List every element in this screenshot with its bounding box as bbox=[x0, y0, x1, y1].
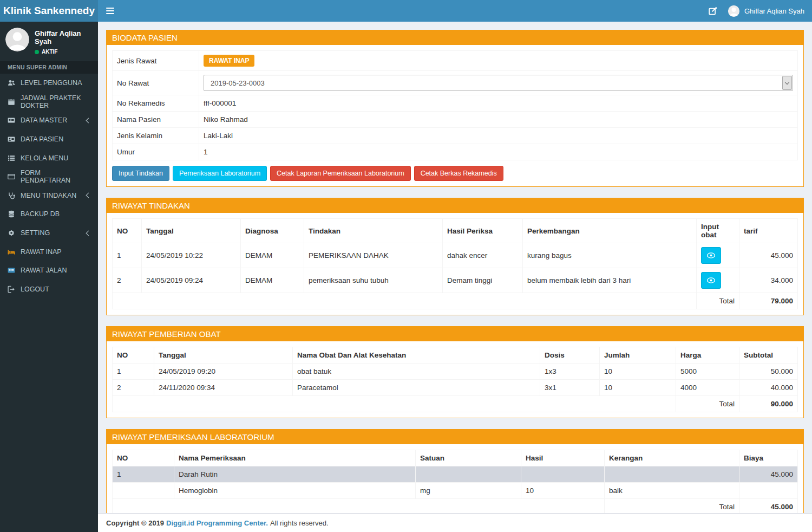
eye-icon bbox=[707, 252, 715, 258]
sidebar-user-status: AKTIF bbox=[42, 49, 57, 55]
footer-rights: All rights reserved. bbox=[270, 519, 329, 527]
sidebar-user-name: Ghiffar Aqlian Syah bbox=[35, 29, 93, 46]
riwayat-lab-panel: RIWAYAT PEMERIKSAAN LABORATORIUM NO Nama… bbox=[106, 429, 804, 513]
gear-icon bbox=[8, 229, 15, 237]
table-row: Hemoglobin mg 10 baik bbox=[113, 483, 798, 499]
sidebar-item-jadwal-praktek-dokter[interactable]: JADWAL PRAKTEK DOKTER bbox=[0, 93, 98, 112]
field-label: No Rawat bbox=[113, 71, 199, 95]
logout-icon bbox=[8, 286, 15, 293]
riwayat-tindakan-table: NO Tanggal Diagnosa Tindakan Hasil Perik… bbox=[112, 218, 798, 309]
chevron-left-icon bbox=[86, 230, 91, 236]
riwayat-tindakan-panel: RIWAYAT TINDAKAN NO Tanggal Diagnosa Tin… bbox=[106, 198, 804, 315]
total-label: Total bbox=[605, 499, 739, 514]
total-row: Total 45.000 bbox=[113, 499, 798, 514]
total-row: Total 79.000 bbox=[113, 293, 798, 309]
users-icon bbox=[8, 79, 15, 87]
sidebar-item-setting[interactable]: SETTING bbox=[0, 224, 98, 243]
total-row: Total 90.000 bbox=[113, 396, 798, 412]
table-row-highlighted: 1 Darah Rutin 45.000 bbox=[113, 466, 798, 483]
calendar-icon bbox=[8, 98, 15, 106]
main-content: BIODATA PASIEN Jenis Rawat RAWAT INAP No… bbox=[98, 22, 812, 513]
sidebar-item-level-pengguna[interactable]: LEVEL PENGGUNA bbox=[0, 74, 98, 93]
cetak-laporan-lab-button[interactable]: Cetak Laporan Pemeriksaan Laboratorium bbox=[270, 166, 411, 181]
no-rawat-select[interactable]: 2019-05-23-0003 bbox=[204, 75, 793, 91]
sidebar-menu: LEVEL PENGGUNA JADWAL PRAKTEK DOKTER DAT… bbox=[0, 74, 98, 299]
navbar-user-name: Ghiffar Aqlian Syah bbox=[744, 7, 804, 15]
navbar-user-menu[interactable]: Ghiffar Aqlian Syah bbox=[728, 5, 804, 17]
input-tindakan-button[interactable]: Input Tindakan bbox=[112, 166, 169, 181]
riwayat-obat-table: NO Tanggal Nama Obat Dan Alat Kesehatan … bbox=[112, 347, 798, 412]
table-row: 1 24/05/2019 10:22 DEMAM PEMERIKSAAN DAH… bbox=[113, 243, 798, 268]
field-label: Jenis Rawat bbox=[113, 51, 199, 71]
field-label: Jenis Kelamin bbox=[113, 128, 199, 144]
table-row: 2 24/05/2019 09:24 DEMAM pemeriksaan suh… bbox=[113, 268, 798, 293]
eye-icon bbox=[707, 277, 715, 283]
address-card-icon bbox=[8, 135, 15, 143]
sidebar-item-rawat-inap[interactable]: RAWAT INAP bbox=[0, 242, 98, 261]
avatar bbox=[728, 5, 739, 17]
sidebar-toggle-button[interactable] bbox=[98, 0, 122, 22]
stethoscope-icon bbox=[8, 192, 15, 199]
riwayat-tindakan-title: RIWAYAT TINDAKAN bbox=[107, 198, 803, 213]
total-value: 45.000 bbox=[739, 499, 798, 514]
sidebar-item-kelola-menu[interactable]: KELOLA MENU bbox=[0, 148, 98, 167]
chevron-left-icon bbox=[86, 193, 91, 198]
form-icon bbox=[8, 173, 15, 180]
page-footer: Copyright © 2019 Diggit.id Programming C… bbox=[98, 513, 812, 532]
total-value: 90.000 bbox=[739, 396, 798, 412]
total-value: 79.000 bbox=[739, 293, 798, 309]
field-value: Laki-Laki bbox=[199, 128, 798, 144]
jenis-rawat-badge: RAWAT INAP bbox=[204, 55, 254, 67]
field-label: Umur bbox=[113, 144, 199, 160]
field-label: Nama Pasien bbox=[113, 112, 199, 128]
total-label: Total bbox=[697, 293, 739, 309]
view-obat-button[interactable] bbox=[701, 272, 721, 289]
field-value: Niko Rahmad bbox=[199, 112, 798, 128]
biodata-panel-title: BIODATA PASIEN bbox=[107, 30, 803, 45]
hamburger-icon bbox=[106, 8, 114, 9]
top-navbar: Klinik Sankennedy Ghiffar Aqlian Syah bbox=[0, 0, 812, 22]
field-label: No Rekamedis bbox=[113, 95, 199, 112]
avatar bbox=[5, 28, 29, 51]
database-icon bbox=[8, 210, 15, 218]
bed-icon bbox=[8, 248, 15, 256]
biodata-panel: BIODATA PASIEN Jenis Rawat RAWAT INAP No… bbox=[106, 30, 804, 187]
view-obat-button[interactable] bbox=[701, 247, 721, 264]
table-row: 2 24/11/2020 09:34 Paracetamol 3x1 10 40… bbox=[113, 380, 798, 396]
sidebar-user-panel: Ghiffar Aqlian Syah AKTIF bbox=[0, 22, 98, 61]
sidebar-item-backup-db[interactable]: BACKUP DB bbox=[0, 205, 98, 224]
riwayat-obat-panel: RIWAYAT PEMBERIAN OBAT NO Tanggal Nama O… bbox=[106, 326, 804, 418]
chevron-left-icon bbox=[86, 118, 91, 124]
footer-link[interactable]: Diggit.id Programming Center. bbox=[166, 519, 268, 527]
id-card-icon bbox=[8, 116, 15, 124]
app-brand[interactable]: Klinik Sankennedy bbox=[0, 0, 98, 22]
footer-copyright: Copyright © 2019 bbox=[106, 519, 164, 527]
sidebar-item-data-pasien[interactable]: DATA PASIEN bbox=[0, 130, 98, 149]
pemeriksaan-laboratorium-button[interactable]: Pemeriksaan Laboratorium bbox=[173, 166, 267, 181]
sidebar: Ghiffar Aqlian Syah AKTIF MENU SUPER ADM… bbox=[0, 22, 98, 532]
table-row: 1 24/05/2019 09:20 obat batuk 1x3 10 500… bbox=[113, 364, 798, 380]
sidebar-item-data-master[interactable]: DATA MASTER bbox=[0, 111, 98, 130]
navbar-right: Ghiffar Aqlian Syah bbox=[709, 0, 812, 22]
cetak-berkas-rekamedis-button[interactable]: Cetak Berkas Rekamedis bbox=[414, 166, 503, 181]
riwayat-obat-title: RIWAYAT PEMBERIAN OBAT bbox=[107, 327, 803, 341]
riwayat-lab-table: NO Nama Pemeriksaan Satuan Hasil Keranga… bbox=[112, 450, 798, 513]
riwayat-lab-title: RIWAYAT PEMERIKSAAN LABORATORIUM bbox=[107, 430, 803, 444]
chevron-down-icon bbox=[785, 80, 789, 84]
sidebar-item-form-pendaftaran[interactable]: FORM PENDAFTARAN bbox=[0, 167, 98, 186]
select-dropdown-button[interactable] bbox=[782, 76, 792, 90]
sidebar-item-rawat-jalan[interactable]: RAWAT JALAN bbox=[0, 261, 98, 280]
total-label: Total bbox=[676, 396, 739, 412]
field-value: 1 bbox=[199, 144, 798, 160]
sidebar-section-header: MENU SUPER ADMIN bbox=[0, 61, 98, 74]
list-icon bbox=[8, 154, 15, 162]
sidebar-item-logout[interactable]: LOGOUT bbox=[0, 280, 98, 299]
field-value: fff-000001 bbox=[199, 95, 798, 112]
biodata-table: Jenis Rawat RAWAT INAP No Rawat 2019-05-… bbox=[112, 50, 798, 160]
online-status-icon bbox=[35, 50, 39, 54]
sidebar-item-menu-tindakan[interactable]: MENU TINDAKAN bbox=[0, 186, 98, 205]
edit-icon[interactable] bbox=[709, 7, 717, 15]
id-badge-icon bbox=[8, 267, 15, 274]
